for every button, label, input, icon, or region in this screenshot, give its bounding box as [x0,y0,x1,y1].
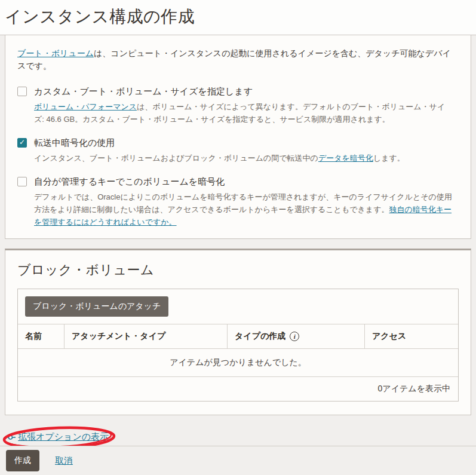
advanced-options-row: 拡張オプションの表示 [2,428,476,446]
option-description: デフォルトでは、Oracleによりこのボリュームを暗号化するキーが管理されますが… [34,191,455,228]
block-volume-table: ブロック・ボリュームのアタッチ 名前 アタッチメント・タイプ タイプの作成i ア… [17,289,459,402]
encrypt-data-link[interactable]: データを暗号化 [318,154,373,163]
option-custom-boot-volume-size: カスタム・ブート・ボリューム・サイズを指定します ボリューム・パフォーマンスは、… [17,85,459,126]
in-transit-encryption-checkbox[interactable]: ✓ [17,138,27,148]
table-empty-message: アイテムが見つかりませんでした。 [18,349,458,377]
table-toolbar: ブロック・ボリュームのアタッチ [18,289,458,324]
page-title: インスタンス構成の作成 [5,5,470,28]
table-header-row: 名前 アタッチメント・タイプ タイプの作成i アクセス [18,324,458,349]
volume-performance-link[interactable]: ボリューム・パフォーマンス [34,102,137,111]
column-label: アタッチメント・タイプ [72,331,165,342]
attach-block-volume-button[interactable]: ブロック・ボリュームのアタッチ [25,296,168,317]
bottom-action-bar: 作成 取消 [0,446,476,475]
option-label: 自分が管理するキーでこのボリュームを暗号化 [34,176,225,188]
info-icon[interactable]: i [290,332,299,341]
boot-volume-section: ブート・ボリュームは、コンピュート・インスタンスの起動に使用されるイメージを含む… [5,35,471,239]
create-button[interactable]: 作成 [6,450,39,471]
option-label: 転送中暗号化の使用 [34,137,115,149]
column-header-attachment-type: アタッチメント・タイプ [64,324,227,348]
column-header-name: 名前 [18,324,64,348]
option-customer-managed-key: 自分が管理するキーでこのボリュームを暗号化 デフォルトでは、Oracleによりこ… [17,176,459,229]
check-icon: ✓ [19,139,25,146]
column-header-create-type: タイプの作成i [227,324,364,348]
boot-volume-intro: ブート・ボリュームは、コンピュート・インスタンスの起動に使用されるイメージを含む… [17,47,456,72]
cancel-link[interactable]: 取消 [55,455,73,467]
customer-managed-key-checkbox[interactable] [17,177,27,186]
show-advanced-options-link[interactable]: 拡張オプションの表示 [7,431,109,443]
column-label: タイプの作成 [235,331,285,342]
option-description: ボリューム・パフォーマンスは、ボリューム・サイズによって異なります。デフォルトの… [34,101,455,126]
option-description: インスタンス、ブート・ボリュームおよびブロック・ボリュームの間で転送中のデータを… [34,152,455,165]
column-header-access: アクセス [364,324,458,348]
custom-boot-volume-size-checkbox[interactable] [17,87,27,96]
column-label: アクセス [372,331,406,342]
boot-volume-link[interactable]: ブート・ボリューム [17,48,94,58]
option-label: カスタム・ブート・ボリューム・サイズを指定します [34,85,253,97]
column-label: 名前 [25,331,42,342]
page-header: インスタンス構成の作成 [0,0,476,35]
block-volume-title: ブロック・ボリューム [17,261,459,279]
table-footer-count: 0アイテムを表示中 [18,377,458,401]
block-volume-section: ブロック・ボリューム ブロック・ボリュームのアタッチ 名前 アタッチメント・タイ… [5,249,471,415]
description-text: インスタンス、ブート・ボリュームおよびブロック・ボリュームの間で転送中の [34,154,318,163]
advanced-options-label: 拡張オプションの表示 [18,431,109,443]
option-in-transit-encryption: ✓ 転送中暗号化の使用 インスタンス、ブート・ボリュームおよびブロック・ボリュー… [17,137,459,165]
description-text: します。 [373,154,405,163]
slider-icon [7,433,16,442]
